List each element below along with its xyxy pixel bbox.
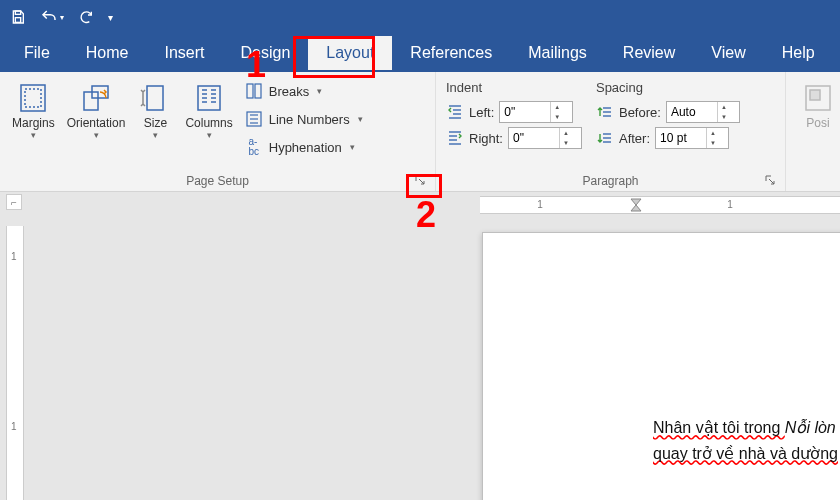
tab-review[interactable]: Review <box>605 36 693 70</box>
spacing-after-label: After: <box>619 131 650 146</box>
spacing-before-label: Before: <box>619 105 661 120</box>
svg-rect-4 <box>84 92 98 110</box>
line-numbers-icon <box>245 110 263 128</box>
indent-right-value[interactable] <box>509 131 559 145</box>
svg-rect-0 <box>15 11 20 14</box>
margins-icon <box>15 80 51 116</box>
ruler-mark: 1 <box>11 251 17 262</box>
tab-view[interactable]: View <box>693 36 763 70</box>
ruler-mark: 1 <box>727 199 733 210</box>
indent-right-label: Right: <box>469 131 503 146</box>
ruler-mark: 1 <box>537 199 543 210</box>
paragraph-group-label: Paragraph <box>442 171 779 191</box>
chevron-down-icon: ▾ <box>31 130 36 140</box>
columns-icon <box>191 80 227 116</box>
annotation-number-1: 1 <box>246 44 266 86</box>
ribbon: Margins ▾ Orientation ▾ Size ▾ <box>0 72 840 192</box>
spin-down-icon[interactable]: ▼ <box>551 112 563 122</box>
spin-up-icon[interactable]: ▲ <box>551 102 563 112</box>
columns-label: Columns <box>185 116 232 130</box>
indent-right-icon <box>446 129 464 147</box>
quick-access-toolbar: ▾ ▾ <box>0 0 840 34</box>
svg-rect-16 <box>247 84 253 98</box>
group-page-setup: Margins ▾ Orientation ▾ Size ▾ <box>0 72 436 191</box>
spacing-before-value[interactable] <box>667 105 717 119</box>
tab-mailings[interactable]: Mailings <box>510 36 605 70</box>
orientation-icon <box>78 80 114 116</box>
indent-right-input[interactable]: ▲▼ <box>508 127 582 149</box>
spin-up-icon[interactable]: ▲ <box>707 128 719 138</box>
ribbon-tabs: File Home Insert Design Layout Reference… <box>0 34 840 72</box>
document-page[interactable]: Nhân vật tôi trong Nỗi lòn quay trở về n… <box>482 232 840 500</box>
svg-rect-7 <box>198 86 220 110</box>
tab-home[interactable]: Home <box>68 36 147 70</box>
indent-left-label: Left: <box>469 105 494 120</box>
spin-up-icon[interactable]: ▲ <box>560 128 572 138</box>
ruler-mark: 1 <box>11 421 17 432</box>
page-setup-dialog-launcher[interactable] <box>413 173 427 187</box>
tab-insert[interactable]: Insert <box>146 36 222 70</box>
paragraph-dialog-launcher[interactable] <box>763 173 777 187</box>
size-label: Size <box>144 116 167 130</box>
spin-up-icon[interactable]: ▲ <box>718 102 730 112</box>
document-text[interactable]: Nhân vật tôi trong Nỗi lòn quay trở về n… <box>653 415 838 466</box>
line-numbers-label: Line Numbers <box>269 112 350 127</box>
indent-left-icon <box>446 103 464 121</box>
margins-label: Margins <box>12 116 55 130</box>
qat-customize-icon[interactable]: ▾ <box>108 12 113 23</box>
columns-button[interactable]: Columns ▾ <box>179 76 238 144</box>
indent-marker-icon[interactable] <box>630 198 642 214</box>
ruler-corner[interactable]: ⌐ <box>6 194 22 210</box>
size-button[interactable]: Size ▾ <box>131 76 179 144</box>
spacing-before-input[interactable]: ▲▼ <box>666 101 740 123</box>
document-workspace[interactable]: Nhân vật tôi trong Nỗi lòn quay trở về n… <box>26 216 840 500</box>
tab-layout[interactable]: Layout <box>308 36 392 70</box>
svg-rect-1 <box>15 18 20 23</box>
hyphenation-button[interactable]: a-bc Hyphenation ▾ <box>241 136 367 158</box>
spacing-after-icon <box>596 129 614 147</box>
svg-rect-3 <box>25 89 41 107</box>
spacing-after-input[interactable]: ▲▼ <box>655 127 729 149</box>
svg-marker-38 <box>631 199 641 205</box>
svg-rect-6 <box>147 86 163 110</box>
page-setup-group-label: Page Setup <box>6 171 429 191</box>
position-button[interactable]: Posi <box>794 76 840 134</box>
orientation-label: Orientation <box>67 116 126 130</box>
indent-left-value[interactable] <box>500 105 550 119</box>
save-icon[interactable] <box>10 9 26 25</box>
chevron-down-icon: ▾ <box>317 86 322 96</box>
size-icon <box>137 80 173 116</box>
indent-header: Indent <box>446 78 582 97</box>
chevron-down-icon: ▾ <box>94 130 99 140</box>
indent-left-input[interactable]: ▲▼ <box>499 101 573 123</box>
spacing-before-icon <box>596 103 614 121</box>
svg-rect-37 <box>810 90 820 100</box>
hyphenation-icon: a-bc <box>245 138 263 156</box>
chevron-down-icon: ▾ <box>207 130 212 140</box>
spacing-header: Spacing <box>596 78 740 97</box>
tab-references[interactable]: References <box>392 36 510 70</box>
line-numbers-button[interactable]: Line Numbers ▾ <box>241 108 367 130</box>
position-label: Posi <box>806 116 829 130</box>
chevron-down-icon: ▾ <box>350 142 355 152</box>
breaks-label: Breaks <box>269 84 309 99</box>
chevron-down-icon: ▾ <box>153 130 158 140</box>
margins-button[interactable]: Margins ▾ <box>6 76 61 144</box>
undo-icon[interactable]: ▾ <box>40 8 64 26</box>
orientation-button[interactable]: Orientation ▾ <box>61 76 132 144</box>
spin-down-icon[interactable]: ▼ <box>707 138 719 148</box>
tab-help[interactable]: Help <box>764 36 833 70</box>
svg-marker-39 <box>631 205 641 211</box>
group-paragraph: Indent Left: ▲▼ Right: ▲▼ <box>436 72 786 191</box>
tab-file[interactable]: File <box>6 36 68 70</box>
position-icon <box>800 80 836 116</box>
spin-down-icon[interactable]: ▼ <box>718 112 730 122</box>
vertical-ruler[interactable]: 1 1 <box>6 226 24 500</box>
svg-rect-17 <box>255 84 261 98</box>
horizontal-ruler[interactable]: 1 1 <box>480 196 840 214</box>
annotation-number-2: 2 <box>416 194 436 236</box>
spacing-after-value[interactable] <box>656 131 706 145</box>
redo-icon[interactable] <box>78 9 94 25</box>
chevron-down-icon: ▾ <box>358 114 363 124</box>
spin-down-icon[interactable]: ▼ <box>560 138 572 148</box>
